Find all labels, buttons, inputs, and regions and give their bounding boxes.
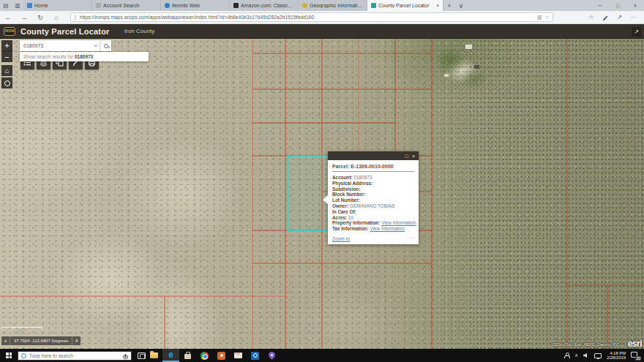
share-icon[interactable]: ↗ bbox=[617, 14, 622, 20]
coordinate-caret-button[interactable]: ∧ bbox=[72, 336, 80, 345]
tab-county-parcel-locator[interactable]: County Parcel Locator × bbox=[367, 0, 443, 11]
refresh-icon[interactable]: ↻ bbox=[32, 14, 48, 21]
crosshair-icon[interactable]: + bbox=[1, 336, 10, 345]
photos-app-icon[interactable] bbox=[213, 349, 230, 362]
tab-amazon[interactable]: Amazon.com: Classic Flame bbox=[230, 0, 299, 11]
people-icon[interactable] bbox=[564, 352, 569, 358]
tab-strip: Home Account Search flexmls Web Amazon.c… bbox=[23, 0, 467, 11]
building bbox=[474, 65, 479, 69]
store-app-icon[interactable] bbox=[179, 349, 196, 362]
edge-app-icon[interactable]: e bbox=[162, 349, 179, 362]
map-canvas[interactable]: + − ⌂ × Show search results for 0180973 bbox=[0, 39, 644, 349]
windows-taskbar: e ∧ 4:18 PM 2/28/2019 20 bbox=[0, 349, 644, 362]
tab-label: Geographic Information Sys bbox=[310, 3, 363, 8]
zoom-to-link[interactable]: Zoom to bbox=[332, 236, 350, 241]
taskbar-search-box[interactable] bbox=[18, 351, 132, 361]
forward-icon[interactable]: → bbox=[16, 14, 32, 21]
chrome-app-icon[interactable] bbox=[196, 349, 213, 362]
microphone-icon[interactable] bbox=[124, 354, 127, 358]
zoom-out-button[interactable]: − bbox=[1, 51, 12, 62]
popup-body: Parcel: E-1306-0010-0000 Account: 018097… bbox=[328, 160, 419, 244]
tab-geographic-information[interactable]: Geographic Information Sys bbox=[299, 0, 367, 11]
property-information-link[interactable]: View Information bbox=[381, 220, 416, 225]
web-note-pen-icon[interactable] bbox=[603, 15, 608, 20]
suggestion-text: Show search results for bbox=[23, 54, 73, 59]
esri-logo: esri bbox=[628, 339, 642, 349]
popup-maximize-icon[interactable]: □ bbox=[405, 154, 408, 159]
browser-home-icon[interactable]: ⌂ bbox=[48, 14, 64, 21]
popup-titlebar[interactable]: □ × bbox=[328, 151, 419, 160]
set-aside-tabs-icon[interactable]: ▤ bbox=[0, 0, 12, 11]
tab-preview-icon[interactable]: ▥ bbox=[12, 0, 23, 11]
mail-app-icon[interactable] bbox=[230, 349, 247, 362]
popup-more-options-icon[interactable]: ··· bbox=[407, 237, 414, 240]
tab-flexmls-favicon bbox=[165, 3, 170, 8]
chrome-logo-icon bbox=[201, 352, 209, 360]
action-center-button[interactable]: 20 bbox=[631, 352, 640, 359]
tax-information-link[interactable]: View Information bbox=[370, 226, 404, 231]
volume-icon[interactable] bbox=[583, 352, 589, 358]
clock[interactable]: 4:18 PM 2/28/2019 bbox=[607, 351, 626, 361]
selected-parcel-highlight[interactable] bbox=[288, 157, 329, 231]
default-extent-button[interactable]: ⌂ bbox=[1, 65, 12, 76]
back-icon[interactable]: ← bbox=[0, 14, 16, 21]
add-favorite-star-icon[interactable]: ☆ bbox=[545, 15, 550, 20]
favorites-hub-icon[interactable]: ☆ bbox=[588, 14, 594, 20]
building bbox=[465, 45, 472, 49]
reading-view-icon[interactable]: ▥ bbox=[537, 15, 542, 20]
parcel-info-popup: □ × Parcel: E-1306-0010-0000 Account: 01… bbox=[328, 151, 419, 244]
outlook-app-icon[interactable] bbox=[247, 349, 263, 362]
my-location-button[interactable] bbox=[1, 78, 12, 88]
app-header: IRON County Parcel Locator Iron County ↗ bbox=[0, 24, 644, 39]
tab-list-dropdown-icon[interactable]: ∨ bbox=[455, 0, 467, 11]
zoom-in-button[interactable]: + bbox=[1, 40, 12, 51]
clock-date: 2/28/2019 bbox=[607, 355, 626, 361]
clear-search-icon[interactable]: × bbox=[91, 42, 100, 49]
task-view-button[interactable] bbox=[138, 352, 146, 359]
show-hidden-icons-button[interactable]: ∧ bbox=[574, 352, 578, 358]
tab-home[interactable]: Home bbox=[23, 0, 92, 11]
system-tray: ∧ 4:18 PM 2/28/2019 20 bbox=[564, 351, 644, 361]
search-suggestion[interactable]: Show search results for 0180973 bbox=[20, 52, 149, 61]
field-subdivision: Subdivision: bbox=[332, 186, 414, 192]
taskbar-search-input[interactable] bbox=[29, 353, 121, 358]
start-button[interactable] bbox=[0, 349, 18, 362]
search-input[interactable] bbox=[20, 43, 91, 48]
close-button[interactable]: × bbox=[626, 0, 644, 11]
field-property-information: Property Information: View Information bbox=[332, 220, 414, 226]
tab-account-search-favicon bbox=[96, 3, 101, 8]
field-acres: Acres: 10 bbox=[332, 215, 414, 221]
search-button[interactable] bbox=[100, 40, 111, 51]
network-icon[interactable] bbox=[594, 353, 602, 358]
location-icon bbox=[4, 80, 10, 86]
toolbar-right-icons: ☆ ↗ ··· bbox=[588, 14, 644, 20]
browser-titlebar: ▤ ▥ Home Account Search flexmls Web Amaz… bbox=[0, 0, 644, 11]
tab-flexmls-web[interactable]: flexmls Web bbox=[161, 0, 230, 11]
parcel-search-box[interactable]: × bbox=[20, 40, 100, 51]
popup-close-icon[interactable]: × bbox=[412, 154, 415, 159]
windows-logo-icon bbox=[6, 352, 12, 358]
tab-close-icon[interactable]: × bbox=[435, 3, 439, 8]
coordinate-widget: + 37.7924 -113.6807 Degrees ∧ bbox=[1, 336, 80, 345]
popup-callout-arrow bbox=[323, 195, 328, 204]
envelope-icon bbox=[234, 352, 242, 358]
file-explorer-app-icon[interactable] bbox=[146, 349, 162, 362]
address-bar[interactable]: ▯ https://irongis.maps.arcgis.com/apps/w… bbox=[70, 12, 553, 22]
scale-bar: 300ft bbox=[1, 327, 42, 334]
maximize-button[interactable]: □ bbox=[609, 0, 626, 11]
tab-gis-favicon bbox=[302, 3, 307, 8]
tab-label: Amazon.com: Classic Flame bbox=[241, 3, 294, 8]
more-options-icon[interactable]: ··· bbox=[631, 14, 637, 20]
tab-label: Account Search bbox=[103, 3, 157, 8]
field-account: Account: 0180973 bbox=[332, 175, 414, 181]
shopping-bag-icon bbox=[184, 354, 191, 359]
map-attribution: USDA FSA | Esri, HERE, Garmin, IPC bbox=[551, 342, 619, 347]
new-tab-button[interactable]: + bbox=[443, 0, 455, 11]
minimize-button[interactable]: ─ bbox=[591, 0, 609, 11]
tab-amazon-favicon bbox=[233, 3, 239, 8]
url-text[interactable]: https://irongis.maps.arcgis.com/apps/web… bbox=[80, 15, 534, 20]
maps-app-icon[interactable] bbox=[263, 349, 280, 362]
header-arrow-button[interactable]: ↗ bbox=[632, 27, 641, 37]
tab-account-search[interactable]: Account Search bbox=[92, 0, 161, 11]
browser-toolbar: ← → ↻ ⌂ ▯ https://irongis.maps.arcgis.co… bbox=[0, 11, 644, 24]
